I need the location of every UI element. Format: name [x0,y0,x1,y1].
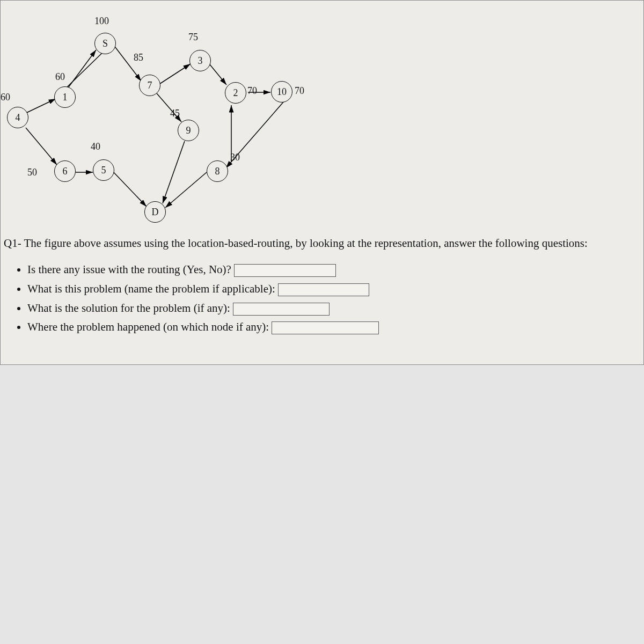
item-2: What is this problem (name the problem i… [27,280,643,299]
item-3: What is the solution for the problem (if… [27,299,643,318]
exam-page: S 1 4 7 3 2 10 9 8 5 6 D 100 75 85 60 60… [0,0,644,365]
edge-label-60b: 60 [1,92,10,103]
node-D: D [144,201,166,223]
item-3-label: What is the solution for the problem (if… [27,302,230,314]
graph-edges [1,1,644,231]
answer-input-3[interactable] [233,303,330,316]
edge-label-100: 100 [94,16,109,27]
node-8: 8 [207,160,228,182]
answer-input-2[interactable] [278,283,369,296]
answer-input-4[interactable] [272,321,379,334]
node-1: 1 [54,86,76,108]
svg-line-11 [111,169,147,207]
node-9: 9 [178,120,199,141]
edge-label-85: 85 [134,52,143,63]
edge-label-60a: 60 [55,71,65,83]
node-5: 5 [93,159,114,181]
edge-label-75: 75 [188,32,198,43]
node-7: 7 [139,75,160,96]
item-1: Is there any issue with the routing (Yes… [27,260,643,280]
svg-line-4 [209,64,226,85]
node-S: S [94,33,116,54]
node-4: 4 [7,107,28,128]
answer-input-1[interactable] [234,264,336,277]
question-items: Is there any issue with the routing (Yes… [27,260,643,337]
edge-label-70b: 70 [295,85,304,97]
item-2-label: What is this problem (name the problem i… [27,282,275,295]
edge-label-40: 40 [91,141,100,152]
item-4-label: Where the problem happened (on which nod… [27,320,269,333]
item-1-label: Is there any issue with the routing (Yes… [27,263,231,276]
svg-line-3 [160,64,191,84]
svg-line-14 [65,53,102,89]
edge-label-50: 50 [27,167,37,178]
edge-label-70a: 70 [247,85,257,97]
item-4: Where the problem happened (on which nod… [27,318,643,337]
node-6: 6 [54,160,76,182]
node-10: 10 [271,81,292,103]
svg-line-12 [26,128,57,165]
node-2: 2 [225,82,246,104]
routing-graph: S 1 4 7 3 2 10 9 8 5 6 D 100 75 85 60 60… [1,1,644,231]
edge-label-45: 45 [170,108,180,119]
question-text: Q1- The figure above assumes using the l… [1,231,643,251]
node-3: 3 [189,50,211,71]
edge-label-30: 30 [230,152,240,163]
